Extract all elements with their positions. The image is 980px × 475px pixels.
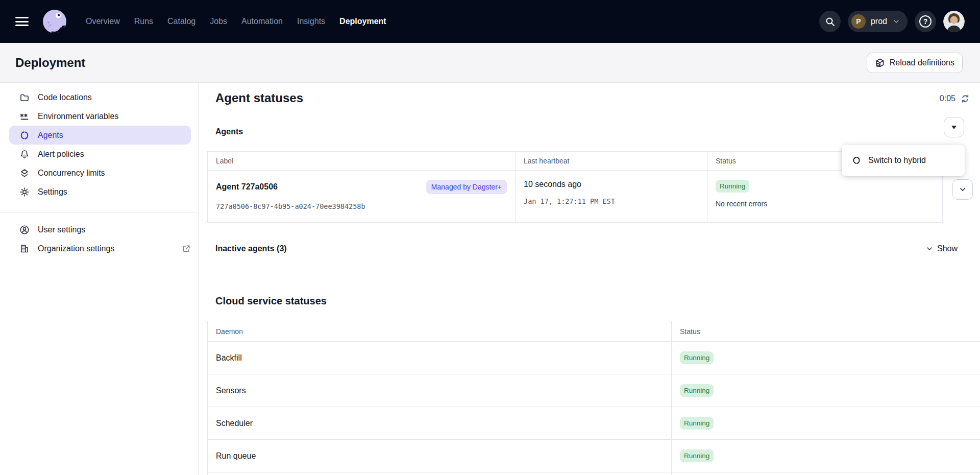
sidebar-label: Code locations bbox=[38, 93, 92, 102]
reload-definitions-label: Reload definitions bbox=[890, 58, 954, 67]
sidebar-item-organization-settings[interactable]: Organization settings bbox=[0, 239, 198, 258]
cloud-service-statuses-title: Cloud service statuses bbox=[215, 295, 327, 307]
dagster-logo[interactable] bbox=[42, 9, 67, 34]
refresh-icon[interactable] bbox=[961, 94, 970, 103]
sidebar-label: Concurrency limits bbox=[38, 169, 105, 178]
agent-label-cell: Agent 727a0506 Managed by Dagster+ 727a0… bbox=[208, 171, 516, 223]
daemon-name: Run queue bbox=[208, 440, 672, 472]
help-icon: ? bbox=[919, 15, 932, 28]
status-badge: Running bbox=[680, 417, 714, 430]
nav-automation[interactable]: Automation bbox=[241, 17, 283, 26]
agent-row-actions-button[interactable] bbox=[952, 179, 973, 200]
countdown-value: 0:05 bbox=[940, 94, 955, 103]
nav-catalog[interactable]: Catalog bbox=[167, 17, 195, 26]
deployment-name: prod bbox=[871, 17, 887, 26]
folder-icon bbox=[19, 92, 30, 103]
col-last-heartbeat: Last heartbeat bbox=[516, 152, 707, 171]
status-badge: Running bbox=[680, 449, 714, 462]
nav-insights[interactable]: Insights bbox=[297, 17, 325, 26]
agents-table-header-row: Label Last heartbeat Status bbox=[208, 152, 943, 171]
layers-icon bbox=[19, 168, 30, 178]
show-label: Show bbox=[937, 244, 958, 253]
col-daemon: Daemon bbox=[208, 321, 672, 342]
sidebar-label: Agents bbox=[38, 131, 63, 140]
nav-deployment[interactable]: Deployment bbox=[339, 17, 386, 26]
status-badge: Running bbox=[680, 384, 714, 397]
menu-icon[interactable] bbox=[15, 17, 29, 26]
agents-table: Label Last heartbeat Status Agent 727a05… bbox=[207, 151, 943, 223]
daemon-row: Scheduler Running bbox=[208, 407, 980, 440]
agent-status-cell: Running No recent errors bbox=[707, 171, 943, 223]
sidebar-item-concurrency-limits[interactable]: Concurrency limits bbox=[0, 163, 198, 182]
menu-item-label: Switch to hybrid bbox=[868, 156, 926, 165]
nav-jobs[interactable]: Jobs bbox=[210, 17, 227, 26]
deployment-sidebar: Code locations Environment variables Age… bbox=[0, 83, 199, 475]
reload-definitions-icon bbox=[875, 58, 885, 68]
external-link-icon bbox=[182, 244, 191, 253]
cloud-table-header-row: Daemon Status bbox=[208, 321, 980, 342]
sidebar-item-agents[interactable]: Agents bbox=[9, 126, 191, 145]
chevron-down-icon bbox=[959, 185, 967, 194]
help-button[interactable]: ? bbox=[915, 11, 936, 32]
agent-name: Agent 727a0506 bbox=[216, 182, 278, 192]
deployment-avatar: P bbox=[851, 14, 866, 29]
user-circle-icon bbox=[19, 225, 30, 235]
col-label: Label bbox=[208, 152, 516, 171]
cloud-services-table: Daemon Status Backfill Running Sensors R… bbox=[207, 321, 980, 475]
search-icon bbox=[825, 16, 835, 27]
heartbeat-relative: 10 seconds ago bbox=[524, 180, 699, 189]
chevron-down-icon bbox=[892, 17, 900, 26]
daemon-row: Sensors Running bbox=[208, 374, 980, 407]
sidebar-item-environment-variables[interactable]: Environment variables bbox=[0, 107, 198, 126]
sidebar-label: Organization settings bbox=[38, 244, 114, 253]
heartbeat-absolute: Jan 17, 1:27:11 PM EST bbox=[524, 197, 699, 205]
sidebar-label: Environment variables bbox=[38, 112, 118, 121]
status-badge: Running bbox=[680, 351, 714, 364]
daemon-row-partial bbox=[208, 472, 980, 475]
user-avatar[interactable] bbox=[943, 11, 965, 32]
agents-menu-button[interactable] bbox=[944, 117, 964, 137]
col-daemon-status: Status bbox=[672, 321, 980, 342]
sidebar-label: Alert policies bbox=[38, 150, 84, 159]
refresh-countdown: 0:05 bbox=[940, 94, 970, 103]
sidebar-item-code-locations[interactable]: Code locations bbox=[0, 88, 198, 107]
deployment-switcher[interactable]: P prod bbox=[848, 11, 908, 32]
agent-heartbeat-cell: 10 seconds ago Jan 17, 1:27:11 PM EST bbox=[516, 171, 707, 223]
page-header: Deployment Reload definitions bbox=[0, 43, 980, 83]
primary-nav: Overview Runs Catalog Jobs Automation In… bbox=[86, 17, 386, 26]
nav-overview[interactable]: Overview bbox=[86, 17, 120, 26]
daemon-name: Scheduler bbox=[208, 407, 672, 440]
inactive-agents-row: Inactive agents (3) Show bbox=[215, 244, 961, 253]
sidebar-item-alert-policies[interactable]: Alert policies bbox=[0, 145, 198, 163]
nav-right-cluster: P prod ? bbox=[819, 11, 965, 32]
building-icon bbox=[19, 244, 30, 254]
show-inactive-toggle[interactable]: Show bbox=[925, 244, 958, 253]
search-button[interactable] bbox=[819, 11, 841, 32]
inactive-agents-heading: Inactive agents (3) bbox=[215, 244, 287, 253]
sidebar-item-user-settings[interactable]: User settings bbox=[0, 220, 198, 239]
page-title: Deployment bbox=[15, 56, 85, 70]
sidebar-divider bbox=[0, 212, 198, 212]
main-content: Agent statuses 0:05 Agents Label Last he… bbox=[199, 83, 980, 475]
status-note: No recent errors bbox=[716, 200, 934, 208]
top-nav: Overview Runs Catalog Jobs Automation In… bbox=[0, 0, 980, 43]
gear-icon bbox=[19, 187, 30, 197]
agent-statuses-title: Agent statuses bbox=[215, 91, 303, 105]
env-vars-icon bbox=[19, 111, 30, 122]
menu-item-switch-to-hybrid[interactable]: Switch to hybrid bbox=[842, 148, 965, 173]
daemon-row: Backfill Running bbox=[208, 342, 980, 374]
sidebar-label: User settings bbox=[38, 225, 85, 234]
daemon-name: Sensors bbox=[208, 374, 672, 407]
caret-down-icon bbox=[951, 126, 957, 129]
agents-dropdown-menu: Switch to hybrid bbox=[842, 145, 965, 176]
sidebar-label: Settings bbox=[38, 187, 67, 197]
agent-row: Agent 727a0506 Managed by Dagster+ 727a0… bbox=[208, 171, 943, 223]
agent-id: 727a0506-8c97-4b95-a024-70ee3984258b bbox=[216, 202, 507, 210]
daemon-row: Run queue Running bbox=[208, 440, 980, 472]
agent-icon bbox=[19, 130, 30, 140]
daemon-name: Backfill bbox=[208, 342, 672, 374]
nav-runs[interactable]: Runs bbox=[134, 17, 153, 26]
reload-definitions-button[interactable]: Reload definitions bbox=[867, 53, 963, 73]
sidebar-item-settings[interactable]: Settings bbox=[0, 182, 198, 201]
agent-icon bbox=[852, 156, 861, 165]
